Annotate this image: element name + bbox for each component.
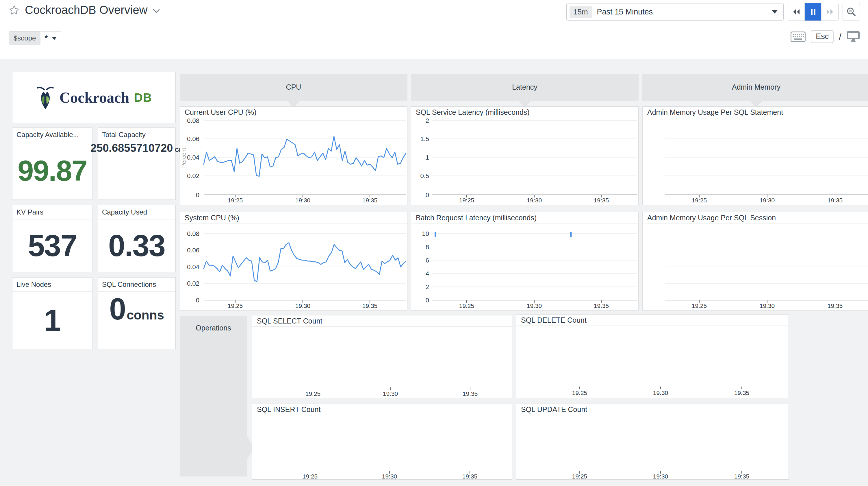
chart-batch-request-latency[interactable]: Batch Request Latency (milliseconds) 108… (411, 212, 639, 311)
svg-text:0.06: 0.06 (187, 247, 199, 254)
stat-label: Live Nodes (12, 278, 92, 292)
group-label: Operations (180, 324, 247, 332)
fast-forward-button[interactable] (822, 3, 838, 21)
line-chart[interactable]: 108642019:2519:3019:35 (411, 224, 638, 311)
chart-sql-select-count[interactable]: SQL SELECT Count 19:2519:3019:35 (252, 315, 512, 398)
group-header-latency[interactable]: Latency (411, 74, 639, 101)
chart-sql-update-count[interactable]: SQL UPDATE Count 19:2519:3019:35 (516, 404, 789, 480)
chart-title: Admin Memory Usage Per SQL Statement (643, 107, 868, 118)
chart-title: SQL INSERT Count (252, 404, 512, 415)
caret-down-icon (772, 10, 778, 13)
line-chart[interactable]: 19:2519:3019:35 (516, 326, 788, 398)
svg-text:19:25: 19:25 (459, 197, 474, 203)
chart-sql-delete-count[interactable]: SQL DELETE Count 19:2519:3019:35 (516, 314, 789, 398)
line-chart[interactable]: 19:2519:3019:35 (252, 415, 512, 480)
group-header-admin-memory[interactable]: Admin Memory (642, 74, 868, 101)
svg-text:0: 0 (196, 297, 199, 304)
svg-text:19:35: 19:35 (594, 197, 609, 203)
time-range-select[interactable]: 15m Past 15 Minutes (566, 3, 784, 21)
svg-text:19:35: 19:35 (828, 303, 843, 309)
svg-text:19:25: 19:25 (228, 197, 243, 203)
svg-text:19:30: 19:30 (295, 303, 311, 309)
svg-text:19:35: 19:35 (734, 473, 749, 480)
svg-text:1: 1 (426, 154, 429, 161)
stat-value: 250.6855710720 (90, 142, 173, 154)
svg-text:1.5: 1.5 (420, 135, 429, 143)
group-header-operations[interactable]: Operations (180, 316, 247, 477)
pause-button[interactable] (805, 3, 822, 21)
group-label: Admin Memory (732, 83, 780, 91)
group-label: Latency (512, 83, 537, 91)
stat-card-total-capacity[interactable]: Total Capacity 250.6855710720 GB (98, 127, 176, 200)
line-chart[interactable]: 19:2519:3019:35 (643, 118, 868, 205)
chart-sql-insert-count[interactable]: SQL INSERT Count 19:2519:3019:35 (252, 404, 512, 480)
scope-template-variable[interactable]: $scope * (9, 31, 61, 45)
svg-text:19:30: 19:30 (527, 197, 542, 203)
zoom-out-button[interactable] (843, 3, 860, 21)
svg-text:4: 4 (426, 270, 429, 277)
chevron-down-icon[interactable] (153, 9, 160, 13)
cockroach-bug-icon (36, 84, 55, 111)
svg-text:19:25: 19:25 (692, 197, 707, 203)
chart-title: System CPU (%) (180, 212, 407, 224)
stat-label: Capacity Available... (12, 128, 92, 142)
line-chart[interactable]: 21.510.5019:2519:3019:35 (411, 118, 638, 205)
stat-card-live-nodes[interactable]: Live Nodes 1 (12, 277, 92, 349)
svg-text:0.08: 0.08 (187, 230, 199, 237)
svg-text:0: 0 (426, 191, 429, 199)
stat-card-kv-pairs[interactable]: KV Pairs 537 (12, 205, 92, 272)
svg-text:19:35: 19:35 (594, 303, 609, 309)
svg-text:19:30: 19:30 (383, 390, 398, 397)
group-header-cpu[interactable]: CPU (180, 74, 407, 101)
time-range-badge: 15m (569, 6, 592, 18)
chart-title: SQL SELECT Count (252, 315, 512, 327)
svg-text:19:25: 19:25 (303, 473, 318, 480)
chart-admin-memory-per-sql-session[interactable]: Admin Memory Usage Per SQL Session 19:25… (642, 212, 868, 311)
svg-text:19:30: 19:30 (653, 473, 668, 480)
chart-current-user-cpu[interactable]: Current User CPU (%) 0.080.060.040.02019… (180, 106, 407, 205)
svg-text:0.02: 0.02 (187, 172, 199, 179)
title-bar: CockroachDB Overview (9, 3, 160, 17)
star-icon[interactable] (9, 5, 20, 15)
chart-title: Batch Request Latency (milliseconds) (411, 212, 638, 224)
chart-system-cpu[interactable]: System CPU (%) 0.080.060.040.02019:2519:… (180, 212, 407, 311)
svg-text:19:35: 19:35 (362, 197, 378, 203)
slash-separator: / (839, 31, 841, 42)
chart-title: Admin Memory Usage Per SQL Session (643, 212, 868, 224)
keyboard-icon[interactable] (790, 31, 806, 42)
svg-text:19:30: 19:30 (527, 303, 542, 309)
svg-text:2: 2 (426, 283, 429, 291)
svg-text:10: 10 (422, 230, 429, 237)
stat-card-sql-connections[interactable]: SQL Connections 0 conns (98, 277, 176, 349)
logo-db-suffix: DB (134, 91, 152, 105)
stat-card-capacity-available[interactable]: Capacity Available... 99.87 (12, 127, 92, 200)
stat-label: Total Capacity (98, 128, 176, 142)
esc-keycap[interactable]: Esc (811, 30, 834, 43)
chart-admin-memory-per-sql-statement[interactable]: Admin Memory Usage Per SQL Statement 19:… (642, 106, 868, 205)
cockroachdb-logo-card: Cockroach DB (12, 72, 176, 123)
scope-variable-name: $scope (9, 31, 40, 45)
chart-sql-service-latency[interactable]: SQL Service Latency (milliseconds) 21.51… (411, 106, 639, 205)
svg-text:19:30: 19:30 (382, 473, 397, 480)
line-chart[interactable]: 0.080.060.040.02019:2519:3019:35 (180, 224, 407, 311)
stat-label: Capacity Used (98, 205, 176, 220)
page-title: CockroachDB Overview (25, 3, 148, 17)
svg-text:19:30: 19:30 (760, 303, 775, 309)
svg-text:19:25: 19:25 (459, 303, 474, 309)
svg-text:19:35: 19:35 (828, 197, 843, 203)
line-chart[interactable]: 19:2519:3019:35 (516, 415, 788, 480)
stat-value: 1 (44, 303, 60, 338)
svg-text:19:25: 19:25 (228, 303, 243, 309)
svg-text:0.08: 0.08 (187, 118, 199, 124)
rewind-button[interactable] (788, 3, 805, 21)
svg-text:19:35: 19:35 (462, 473, 477, 480)
scope-value-select[interactable]: * (40, 31, 61, 45)
svg-text:6: 6 (426, 257, 429, 264)
scope-value: * (44, 34, 48, 43)
line-chart[interactable]: 19:2519:3019:35 (252, 327, 512, 398)
stat-card-capacity-used[interactable]: Capacity Used 0.33 (98, 205, 176, 272)
line-chart[interactable]: 19:2519:3019:35 (643, 224, 868, 311)
svg-text:19:25: 19:25 (572, 473, 587, 480)
line-chart[interactable]: 0.080.060.040.02019:2519:3019:35Percent (180, 118, 407, 205)
fullscreen-monitor-icon[interactable] (847, 31, 860, 42)
